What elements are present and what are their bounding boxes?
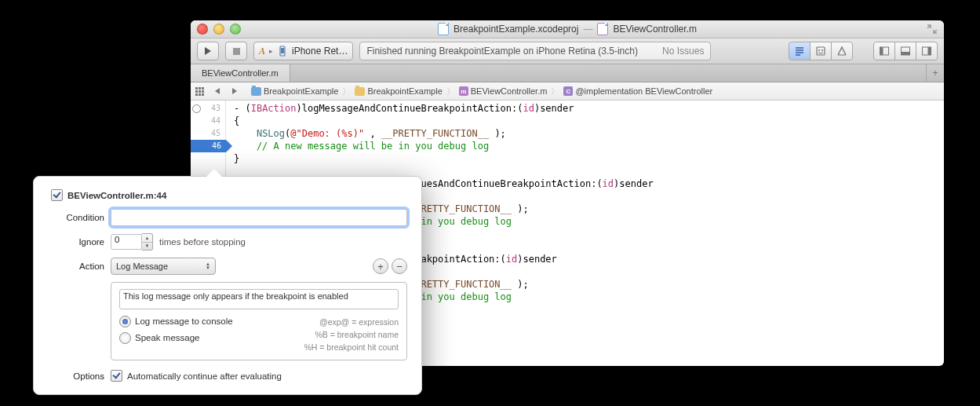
fullscreen-icon[interactable] bbox=[927, 24, 938, 34]
tab-bar: BEViewController.m + bbox=[191, 64, 944, 82]
toolbar: A ▸ iPhone Ret… Finished running Breakpo… bbox=[191, 38, 944, 64]
new-tab-button[interactable]: + bbox=[926, 64, 944, 82]
stop-button[interactable] bbox=[225, 42, 247, 60]
jump-bar: BreakpointExample 〉 BreakpointExample 〉 … bbox=[191, 82, 944, 101]
activity-message: Finished running BreakpointExample on iP… bbox=[366, 46, 638, 57]
m-file-icon: m bbox=[459, 86, 468, 96]
add-action-button[interactable]: + bbox=[373, 258, 388, 274]
panel-toggle-group bbox=[873, 42, 938, 60]
title-separator: — bbox=[583, 24, 592, 35]
tab-label: BEViewController.m bbox=[202, 68, 279, 78]
action-label: Action bbox=[48, 262, 111, 271]
editor-mode-group bbox=[789, 42, 853, 60]
speak-message-radio[interactable]: Speak message bbox=[119, 332, 233, 344]
app-icon: A bbox=[259, 46, 265, 57]
svg-rect-8 bbox=[902, 52, 910, 55]
radio-icon bbox=[119, 332, 131, 344]
action-type-dropdown[interactable]: Log Message ▲▼ bbox=[111, 258, 216, 275]
debug-area-toggle[interactable] bbox=[894, 42, 916, 60]
device-icon bbox=[277, 46, 288, 57]
condition-input[interactable] bbox=[111, 209, 407, 226]
minimize-window-button[interactable] bbox=[213, 24, 224, 35]
activity-viewer[interactable]: Finished running BreakpointExample on iP… bbox=[359, 42, 711, 60]
file-name: BEViewController.m bbox=[613, 24, 697, 35]
ignore-stepper[interactable]: ▲▼ bbox=[142, 233, 153, 251]
activity-status: No Issues bbox=[662, 46, 704, 57]
related-items-icon[interactable] bbox=[195, 87, 204, 96]
project-folder-icon bbox=[251, 87, 261, 96]
popover-title-row: BEViewController.m:44 bbox=[51, 189, 407, 201]
svg-rect-1 bbox=[281, 48, 284, 53]
svg-rect-6 bbox=[880, 47, 883, 55]
options-label: Options bbox=[48, 371, 111, 381]
breadcrumb-sep: 〉 bbox=[550, 86, 560, 97]
jump-file[interactable]: mBEViewController.m bbox=[459, 86, 548, 96]
line-number[interactable]: 45 bbox=[191, 127, 225, 140]
stepper-up-icon[interactable]: ▲ bbox=[142, 234, 152, 243]
navigator-toggle[interactable] bbox=[873, 42, 895, 60]
condition-label: Condition bbox=[48, 213, 111, 222]
project-name: BreakpointExample.xcodeproj bbox=[454, 24, 578, 35]
breakpoint-editor-popover: BEViewController.m:44 Condition Ignore 0… bbox=[33, 176, 422, 395]
action-type-value: Log Message bbox=[116, 262, 168, 271]
breadcrumb-sep: 〉 bbox=[341, 86, 352, 97]
class-icon: C bbox=[563, 86, 573, 96]
close-window-button[interactable] bbox=[197, 24, 208, 35]
radio-icon bbox=[119, 316, 131, 327]
remove-action-button[interactable]: − bbox=[392, 258, 407, 274]
m-file-icon bbox=[597, 23, 608, 35]
group-folder-icon bbox=[355, 87, 365, 96]
play-icon bbox=[205, 47, 211, 55]
jump-symbol[interactable]: C@implementation BEViewController bbox=[563, 86, 712, 96]
svg-point-4 bbox=[822, 49, 823, 51]
jump-project[interactable]: BreakpointExample bbox=[251, 86, 338, 96]
dropdown-arrows-icon: ▲▼ bbox=[206, 262, 210, 270]
titlebar: BreakpointExample.xcodeproj — BEViewCont… bbox=[191, 20, 944, 38]
log-message-input[interactable]: This log message only appears if the bre… bbox=[119, 289, 399, 309]
ignore-suffix: times before stopping bbox=[159, 237, 246, 247]
svg-point-3 bbox=[818, 49, 820, 51]
version-editor-button[interactable] bbox=[831, 42, 853, 60]
breakpoint-location: BEViewController.m:44 bbox=[67, 191, 166, 200]
tab-file[interactable]: BEViewController.m bbox=[191, 64, 290, 82]
scheme-selector[interactable]: A ▸ iPhone Ret… bbox=[253, 42, 353, 60]
auto-continue-label: Automatically continue after evaluating bbox=[127, 371, 282, 381]
nav-forward-button[interactable] bbox=[232, 88, 237, 94]
log-action-panel: This log message only appears if the bre… bbox=[111, 282, 407, 360]
traffic-lights bbox=[197, 24, 241, 35]
auto-continue-checkbox[interactable] bbox=[111, 370, 122, 382]
breakpoint-indicator-icon[interactable] bbox=[192, 104, 201, 113]
active-breakpoint[interactable]: 46 bbox=[191, 140, 226, 152]
ignore-count-input[interactable]: 0 bbox=[111, 234, 142, 250]
xcodeproj-icon bbox=[438, 23, 449, 35]
utilities-toggle[interactable] bbox=[916, 42, 938, 60]
breakpoint-enabled-checkbox[interactable] bbox=[51, 189, 63, 201]
log-console-radio[interactable]: Log message to console bbox=[119, 316, 233, 327]
standard-editor-button[interactable] bbox=[789, 42, 811, 60]
ignore-label: Ignore bbox=[48, 237, 111, 247]
scheme-target: iPhone Ret… bbox=[292, 46, 348, 57]
zoom-window-button[interactable] bbox=[230, 24, 241, 35]
assistant-editor-button[interactable] bbox=[810, 42, 832, 60]
nav-back-button[interactable] bbox=[215, 88, 220, 94]
svg-rect-10 bbox=[928, 47, 931, 55]
jump-group[interactable]: BreakpointExample bbox=[355, 86, 442, 96]
run-button[interactable] bbox=[197, 42, 219, 60]
line-number[interactable]: 44 bbox=[191, 115, 225, 127]
window-title: BreakpointExample.xcodeproj — BEViewCont… bbox=[191, 23, 944, 35]
chevron-right-icon: ▸ bbox=[269, 47, 273, 55]
expression-hints: @exp@ = expression %B = breakpoint name … bbox=[304, 316, 399, 353]
line-number[interactable]: 43 bbox=[191, 102, 225, 115]
stepper-down-icon[interactable]: ▼ bbox=[142, 243, 152, 251]
breadcrumb-sep: 〉 bbox=[446, 86, 456, 97]
stop-icon bbox=[233, 48, 240, 55]
